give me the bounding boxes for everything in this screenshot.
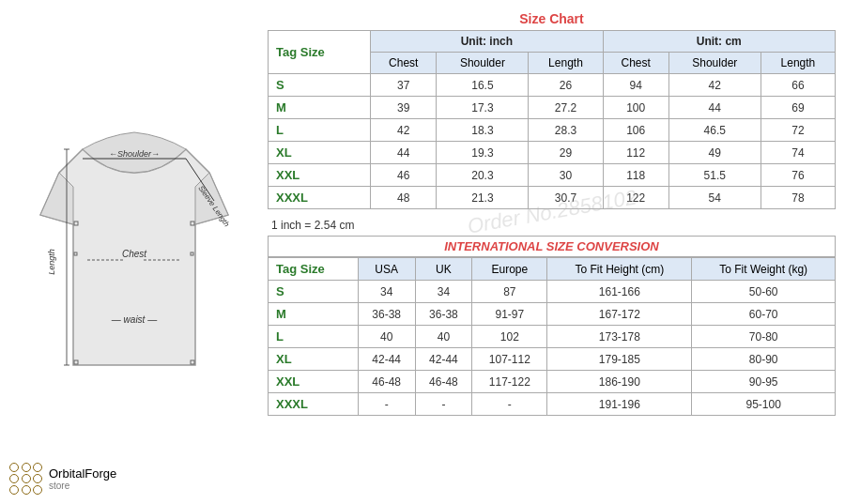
tag-cell: XXXL bbox=[269, 187, 371, 209]
height-cell: 167-172 bbox=[547, 303, 692, 326]
chest-cm-cell: 94 bbox=[603, 74, 668, 97]
chest-cm-header: Chest bbox=[603, 53, 668, 74]
weight-cell: 90-95 bbox=[692, 371, 836, 393]
shoulder-cm-cell: 51.5 bbox=[668, 164, 760, 187]
weight-header: To Fit Weight (kg) bbox=[692, 258, 836, 281]
logo-text: OrbitalForge store bbox=[49, 466, 116, 491]
intl-title: INTERNATIONAL SIZE CONVERSION bbox=[268, 236, 836, 257]
logo-icon bbox=[9, 463, 43, 495]
weight-cell: 70-80 bbox=[692, 326, 836, 348]
usa-cell: 46-48 bbox=[358, 371, 415, 393]
uk-cell: 34 bbox=[415, 281, 472, 303]
tag-size-header: Tag Size bbox=[269, 31, 371, 74]
shoulder-in-cell: 21.3 bbox=[437, 187, 529, 209]
usa-cell: 36-38 bbox=[358, 303, 415, 326]
usa-cell: 42-44 bbox=[358, 348, 415, 371]
height-cell: 191-196 bbox=[547, 393, 692, 416]
chest-in-cell: 42 bbox=[371, 119, 437, 142]
length-cm-cell: 78 bbox=[760, 187, 835, 209]
chest-in-cell: 37 bbox=[371, 74, 437, 97]
europe-header: Europe bbox=[472, 258, 547, 281]
tag-cell: XXL bbox=[269, 164, 371, 187]
tag-cell: L bbox=[269, 119, 371, 142]
length-in-cell: 29 bbox=[529, 142, 603, 164]
table-row: XL 42-44 42-44 107-112 179-185 80-90 bbox=[269, 348, 836, 371]
table-row: XXL 46-48 46-48 117-122 186-190 90-95 bbox=[269, 371, 836, 393]
length-in-cell: 26 bbox=[529, 74, 603, 97]
table-row: S 34 34 87 161-166 50-60 bbox=[269, 281, 836, 303]
uk-header: UK bbox=[415, 258, 472, 281]
table-row: L 42 18.3 28.3 106 46.5 72 bbox=[269, 119, 836, 142]
left-panel: ←Shoulder→ Sleeve Length Chest — waist —… bbox=[0, 0, 268, 504]
height-header: To Fit Height (cm) bbox=[547, 258, 692, 281]
height-cell: 179-185 bbox=[547, 348, 692, 371]
table-row: XL 44 19.3 29 112 49 74 bbox=[269, 142, 836, 164]
shoulder-in-cell: 19.3 bbox=[437, 142, 529, 164]
svg-text:— waist —: — waist — bbox=[110, 314, 157, 325]
svg-text:←Shoulder→: ←Shoulder→ bbox=[109, 149, 160, 159]
table-row: XXXL - - - 191-196 95-100 bbox=[269, 393, 836, 416]
table-row: S 37 16.5 26 94 42 66 bbox=[269, 74, 836, 97]
length-cm-cell: 66 bbox=[760, 74, 835, 97]
europe-cell: 107-112 bbox=[472, 348, 547, 371]
svg-text:Length: Length bbox=[47, 249, 56, 275]
intl-tag-cell: L bbox=[269, 326, 359, 348]
usa-header: USA bbox=[358, 258, 415, 281]
length-cm-header: Length bbox=[760, 53, 835, 74]
shoulder-cm-cell: 42 bbox=[668, 74, 760, 97]
length-cm-cell: 74 bbox=[760, 142, 835, 164]
length-cm-cell: 72 bbox=[760, 119, 835, 142]
brand-sub: store bbox=[49, 481, 116, 491]
weight-cell: 95-100 bbox=[692, 393, 836, 416]
weight-cell: 60-70 bbox=[692, 303, 836, 326]
length-in-header: Length bbox=[529, 53, 603, 74]
tables-container: Size Chart Tag Size Unit: inch Unit: cm … bbox=[268, 8, 836, 416]
right-panel: Size Chart Tag Size Unit: inch Unit: cm … bbox=[268, 0, 845, 504]
europe-cell: 91-97 bbox=[472, 303, 547, 326]
logo-area: OrbitalForge store bbox=[9, 463, 116, 495]
table-row: XXXL 48 21.3 30.7 122 54 78 bbox=[269, 187, 836, 209]
height-cell: 186-190 bbox=[547, 371, 692, 393]
uk-cell: 40 bbox=[415, 326, 472, 348]
chest-in-cell: 44 bbox=[371, 142, 437, 164]
europe-cell: 87 bbox=[472, 281, 547, 303]
svg-text:Chest: Chest bbox=[121, 249, 146, 259]
table-row: XXL 46 20.3 30 118 51.5 76 bbox=[269, 164, 836, 187]
shoulder-cm-cell: 54 bbox=[668, 187, 760, 209]
tshirt-diagram: ←Shoulder→ Sleeve Length Chest — waist —… bbox=[31, 121, 238, 384]
height-cell: 161-166 bbox=[547, 281, 692, 303]
length-cm-cell: 69 bbox=[760, 97, 835, 119]
shoulder-cm-cell: 44 bbox=[668, 97, 760, 119]
chest-in-cell: 46 bbox=[371, 164, 437, 187]
europe-cell: 117-122 bbox=[472, 371, 547, 393]
usa-cell: 40 bbox=[358, 326, 415, 348]
intl-tag-cell: XL bbox=[269, 348, 359, 371]
shoulder-cm-cell: 49 bbox=[668, 142, 760, 164]
chest-cm-cell: 106 bbox=[603, 119, 668, 142]
shoulder-in-header: Shoulder bbox=[437, 53, 529, 74]
europe-cell: 102 bbox=[472, 326, 547, 348]
tag-cell: M bbox=[269, 97, 371, 119]
height-cell: 173-178 bbox=[547, 326, 692, 348]
uk-cell: - bbox=[415, 393, 472, 416]
brand-name: OrbitalForge bbox=[49, 466, 116, 481]
shoulder-cm-header: Shoulder bbox=[668, 53, 760, 74]
shoulder-in-cell: 20.3 bbox=[437, 164, 529, 187]
chest-in-cell: 48 bbox=[371, 187, 437, 209]
length-cm-cell: 76 bbox=[760, 164, 835, 187]
chest-cm-cell: 100 bbox=[603, 97, 668, 119]
intl-tag-cell: XXXL bbox=[269, 393, 359, 416]
length-in-cell: 30.7 bbox=[529, 187, 603, 209]
intl-tag-cell: S bbox=[269, 281, 359, 303]
intl-tag-cell: XXL bbox=[269, 371, 359, 393]
shoulder-in-cell: 17.3 bbox=[437, 97, 529, 119]
unit-cm-header: Unit: cm bbox=[603, 31, 835, 53]
usa-cell: - bbox=[358, 393, 415, 416]
uk-cell: 42-44 bbox=[415, 348, 472, 371]
unit-inch-header: Unit: inch bbox=[371, 31, 603, 53]
table-row: M 39 17.3 27.2 100 44 69 bbox=[269, 97, 836, 119]
length-in-cell: 27.2 bbox=[529, 97, 603, 119]
usa-cell: 34 bbox=[358, 281, 415, 303]
length-in-cell: 28.3 bbox=[529, 119, 603, 142]
length-in-cell: 30 bbox=[529, 164, 603, 187]
